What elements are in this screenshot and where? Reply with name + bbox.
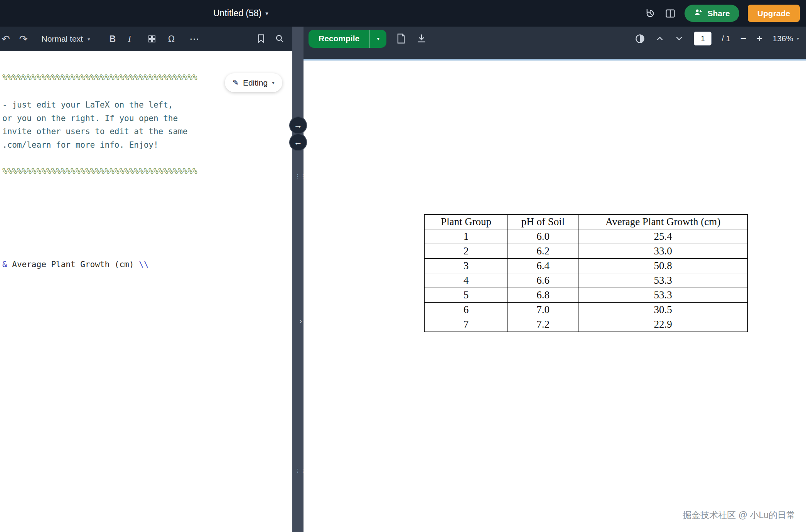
latex-linebreak: \\ <box>139 260 148 269</box>
zoom-out-button[interactable]: − <box>740 33 747 45</box>
table-row: 26.233.0 <box>425 244 748 259</box>
zoom-in-button[interactable]: + <box>756 33 762 45</box>
code-line[interactable]: or you on the right. If you open the <box>2 113 178 124</box>
download-pdf-icon[interactable] <box>416 34 427 44</box>
symbol-omega-icon[interactable]: Ω <box>168 34 175 44</box>
code-line-comment[interactable]: %%%%%%%%%%%%%%%%%%%%%%%%%%%%%%%%%%%%%%%% <box>2 72 197 83</box>
table-cell: 53.3 <box>578 288 748 303</box>
top-bar: Untitled (58) ▾ Share Upgrade <box>0 0 806 27</box>
history-icon[interactable] <box>644 8 656 19</box>
table-cell: 33.0 <box>578 244 748 259</box>
watermark-text: 掘金技术社区 @ 小Lu的日常 <box>683 509 795 521</box>
topbar-actions: Share Upgrade <box>644 0 800 27</box>
table-cell: 7.0 <box>508 303 578 317</box>
table-cell: 50.8 <box>578 259 748 273</box>
table-row: 67.030.5 <box>425 303 748 317</box>
zoom-level-label: 136% <box>772 34 793 43</box>
table-cell: 1 <box>425 229 508 244</box>
recompile-split-button: Recompile ▾ <box>309 30 386 48</box>
table-header-cell: pH of Soil <box>508 215 578 229</box>
table-cell: 7.2 <box>508 317 578 332</box>
add-user-icon <box>694 8 703 19</box>
latex-source-editor[interactable]: %%%%%%%%%%%%%%%%%%%%%%%%%%%%%%%%%%%%%%%%… <box>0 51 292 532</box>
bookmark-icon[interactable] <box>256 34 266 44</box>
table-cell: 6.0 <box>508 229 578 244</box>
page-total-label: / 1 <box>722 34 730 43</box>
table-row: 56.853.3 <box>425 288 748 303</box>
search-icon[interactable] <box>275 34 285 44</box>
table-cell: 2 <box>425 244 508 259</box>
editing-mode-label: Editing <box>243 78 268 88</box>
share-label: Share <box>707 9 730 18</box>
expand-left-button[interactable]: ← <box>289 133 307 151</box>
document-title[interactable]: Untitled (58) ▾ <box>213 0 268 27</box>
expand-right-button[interactable]: → <box>289 116 307 134</box>
recompile-options-button[interactable]: ▾ <box>369 30 386 48</box>
table-cell: 6.8 <box>508 288 578 303</box>
table-cell: 3 <box>425 259 508 273</box>
view-logs-icon[interactable] <box>396 33 406 44</box>
share-button[interactable]: Share <box>685 5 739 22</box>
code-line-comment[interactable]: %%%%%%%%%%%%%%%%%%%%%%%%%%%%%%%%%%%%%%%% <box>2 166 197 177</box>
pencil-icon: ✎ <box>233 78 239 87</box>
editor-toolbar: ↶ ↷ Normal text ▾ B I Ω ⋯ <box>0 27 292 51</box>
table-row: 36.450.8 <box>425 259 748 273</box>
editing-mode-selector[interactable]: ✎ Editing ▾ <box>225 73 282 92</box>
table-cell: 6.4 <box>508 259 578 273</box>
paragraph-style-selector[interactable]: Normal text ▾ <box>42 34 90 44</box>
layout-icon[interactable] <box>664 8 676 19</box>
latex-ampersand: & <box>2 260 7 269</box>
undo-button[interactable]: ↶ <box>2 33 10 45</box>
table-cell: 6.2 <box>508 244 578 259</box>
insert-table-icon[interactable] <box>147 34 157 44</box>
next-page-icon[interactable] <box>674 34 684 43</box>
upgrade-button[interactable]: Upgrade <box>748 5 800 22</box>
table-row: 77.222.9 <box>425 317 748 332</box>
code-line[interactable]: .com/learn for more info. Enjoy! <box>2 140 159 150</box>
chevron-down-icon: ▾ <box>797 36 799 41</box>
chevron-down-icon: ▾ <box>272 80 275 86</box>
italic-button[interactable]: I <box>128 34 131 44</box>
table-row: 46.653.3 <box>425 273 748 288</box>
table-cell: 6.6 <box>508 273 578 288</box>
table-cell: 53.3 <box>578 273 748 288</box>
table-header-cell: Average Plant Growth (cm) <box>578 215 748 229</box>
chevron-down-icon: ▾ <box>88 36 90 42</box>
table-header-cell: Plant Group <box>425 215 508 229</box>
pdf-table: Plant GrouppH of SoilAverage Plant Growt… <box>424 214 748 332</box>
more-tools-icon[interactable]: ⋯ <box>189 33 200 45</box>
pane-divider[interactable] <box>292 27 304 532</box>
code-line[interactable]: invite other users to edit at the same <box>2 126 187 137</box>
code-line-latex[interactable]: & Average Plant Growth (cm) \\ <box>2 259 148 270</box>
table-cell: 5 <box>425 288 508 303</box>
document-title-label: Untitled (58) <box>213 8 261 19</box>
table-cell: 6 <box>425 303 508 317</box>
page-number-input[interactable] <box>694 32 712 45</box>
table-cell: 7 <box>425 317 508 332</box>
table-cell: 22.9 <box>578 317 748 332</box>
previous-page-icon[interactable] <box>655 34 664 43</box>
bold-button[interactable]: B <box>109 34 116 44</box>
pdf-preview[interactable]: Plant GrouppH of SoilAverage Plant Growt… <box>304 61 806 532</box>
divider-drag-handle[interactable]: ⋮⋮ <box>295 469 301 473</box>
recompile-button[interactable]: Recompile <box>309 30 369 48</box>
latex-text: Average Plant Growth (cm) <box>7 260 139 269</box>
redo-button[interactable]: ↷ <box>19 33 28 45</box>
code-line[interactable]: - just edit your LaTeX on the left, <box>2 99 173 110</box>
table-row: 16.025.4 <box>425 229 748 244</box>
zoom-level-selector[interactable]: 136% ▾ <box>772 34 799 43</box>
chevron-down-icon: ▾ <box>265 10 268 17</box>
paragraph-style-label: Normal text <box>42 34 83 44</box>
pdf-view-controls: / 1 − + 136% ▾ <box>635 32 799 45</box>
table-cell: 30.5 <box>578 303 748 317</box>
divider-drag-handle[interactable]: ⋮⋮ <box>295 174 301 178</box>
table-cell: 25.4 <box>578 229 748 244</box>
chevron-right-icon[interactable]: › <box>299 316 302 325</box>
table-header-row: Plant GrouppH of SoilAverage Plant Growt… <box>425 215 748 229</box>
table-cell: 4 <box>425 273 508 288</box>
pane-resize-arrows: → ← <box>289 116 307 151</box>
contrast-icon[interactable] <box>635 34 645 44</box>
pdf-toolbar: Recompile ▾ / 1 − + 136% ▾ <box>304 27 806 59</box>
